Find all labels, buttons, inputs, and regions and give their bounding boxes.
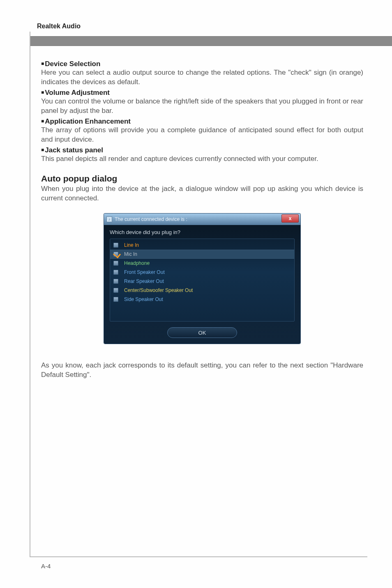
device-option-label: Center/Subwoofer Speaker Out — [124, 287, 291, 293]
jack-icon — [113, 270, 118, 275]
section-body-volume: You can control the volume or balance th… — [41, 97, 363, 116]
section-body-jack: This panel depicts all render and captur… — [41, 154, 363, 164]
device-option[interactable]: Front Speaker Out — [110, 268, 294, 277]
device-option-label: Headphone — [124, 260, 291, 266]
section-body-enhancement: The array of options will provide you a … — [41, 126, 363, 145]
device-list: Line InMic InHeadphoneFront Speaker OutR… — [110, 239, 295, 322]
device-option-label: Front Speaker Out — [124, 269, 291, 275]
jack-icon — [113, 279, 118, 284]
speaker-icon: ♪ — [106, 216, 112, 222]
device-option[interactable]: Mic In — [110, 250, 294, 259]
close-button[interactable]: x — [281, 214, 299, 223]
device-option[interactable]: Center/Subwoofer Speaker Out — [110, 286, 294, 295]
page-number: A-4 — [41, 563, 51, 570]
auto-popup-heading: Auto popup dialog — [41, 174, 363, 184]
dialog-prompt: Which device did you plug in? — [110, 229, 295, 235]
device-dialog: ♪ The current connected device is : x Wh… — [104, 214, 300, 344]
dialog-button-row: OK — [110, 327, 295, 338]
device-option[interactable]: Side Speaker Out — [110, 295, 294, 304]
jack-icon — [113, 288, 118, 293]
auto-popup-intro: When you plug into the device at the jac… — [41, 184, 363, 203]
dialog-title: The current connected device is : — [115, 216, 187, 222]
jack-icon — [113, 261, 118, 266]
section-title-volume: Volume Adjustment — [41, 89, 363, 97]
section-title-jack: Jack status panel — [41, 146, 363, 154]
device-option[interactable]: Headphone — [110, 259, 294, 268]
device-option-label: Side Speaker Out — [124, 296, 291, 302]
jack-icon — [113, 297, 118, 302]
section-title-device-selection: Device Selection — [41, 60, 363, 68]
closing-text: As you know, each jack corresponds to it… — [41, 361, 363, 380]
page-content: Device Selection Here you can select a a… — [41, 58, 363, 380]
dialog-titlebar: ♪ The current connected device is : x — [104, 214, 300, 225]
dialog-body: Which device did you plug in? Line InMic… — [104, 225, 300, 344]
device-option[interactable]: Line In — [110, 241, 294, 250]
section-body-device-selection: Here you can select a audio output sourc… — [41, 68, 363, 87]
jack-icon — [113, 252, 118, 257]
page-header: Realtek Audio — [37, 23, 81, 30]
ok-button[interactable]: OK — [167, 327, 237, 338]
device-option-label: Rear Speaker Out — [124, 278, 291, 284]
device-option-label: Mic In — [124, 251, 291, 257]
section-title-enhancement: Application Enhancement — [41, 117, 363, 126]
device-option[interactable]: Rear Speaker Out — [110, 277, 294, 286]
device-option-label: Line In — [124, 242, 291, 248]
jack-icon — [113, 243, 118, 248]
